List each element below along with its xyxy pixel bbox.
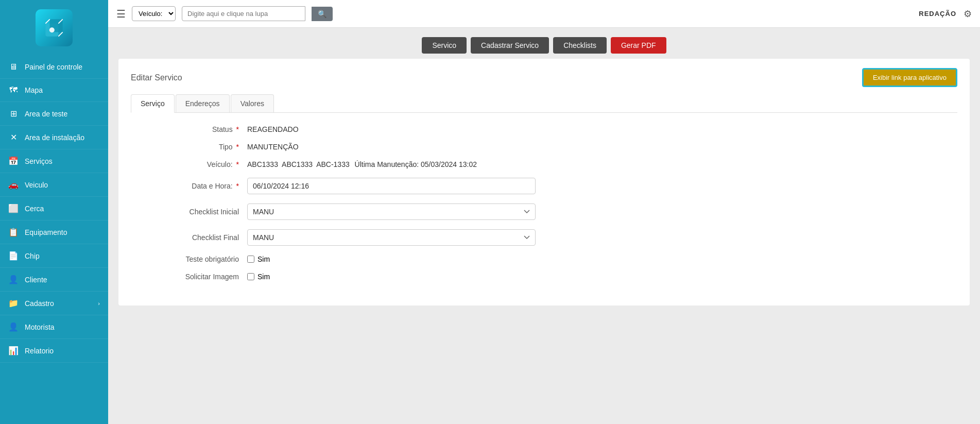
checklist-final-select[interactable]: MANU <box>247 229 536 246</box>
solicitar-imagem-label: Solicitar Imagem <box>160 273 247 281</box>
svg-point-2 <box>49 27 55 32</box>
sidebar-item-veiculo[interactable]: 🚗 Veiculo <box>0 173 108 197</box>
tab-servico[interactable]: Serviço <box>131 94 175 113</box>
status-value: REAGENDADO <box>247 125 299 133</box>
chevron-right-icon: › <box>98 300 100 307</box>
checklists-button[interactable]: Checklists <box>553 37 607 54</box>
search-filter-select[interactable]: Veículo: <box>132 6 176 21</box>
teste-obrigatorio-checkbox-label: Sim <box>257 255 270 263</box>
solicitar-imagem-row: Solicitar Imagem Sim <box>160 273 929 281</box>
client-icon: 👤 <box>8 275 19 284</box>
gerar-pdf-button[interactable]: Gerar PDF <box>611 37 666 54</box>
solicitar-imagem-checkbox[interactable] <box>247 273 254 280</box>
teste-obrigatorio-row: Teste obrigatório Sim <box>160 255 929 263</box>
search-input[interactable] <box>182 6 305 21</box>
checklist-final-label: Checklist Final <box>160 233 247 242</box>
veiculo-required: * <box>236 160 239 168</box>
veiculo-link2[interactable]: ABC1333 <box>282 160 313 168</box>
main-area: ☰ Veículo: 🔍 REDAÇÃO ⚙ Servico Cadastrar… <box>108 0 980 424</box>
grid-icon: ⊞ <box>8 109 19 118</box>
tab-valores[interactable]: Valores <box>231 94 274 112</box>
checklist-inicial-select[interactable]: MANU <box>247 203 536 220</box>
svg-line-5 <box>58 32 62 36</box>
status-required: * <box>236 125 239 133</box>
chip-icon: 📄 <box>8 251 19 261</box>
map-icon: 🗺 <box>8 86 19 95</box>
svg-line-3 <box>45 19 49 23</box>
veiculo-manutencao: Última Manutenção: 05/03/2024 13:02 <box>355 160 477 168</box>
settings-icon[interactable]: ⚙ <box>964 8 972 20</box>
sidebar-item-mapa[interactable]: 🗺 Mapa <box>0 79 108 102</box>
form-tabs: Serviço Endereços Valores <box>131 94 957 113</box>
veiculo-label: Veículo: * <box>160 160 247 168</box>
sidebar-item-chip[interactable]: 📄 Chip <box>0 244 108 268</box>
sidebar: 🖥 Painel de controle 🗺 Mapa ⊞ Area de te… <box>0 0 108 424</box>
cadastrar-servico-button[interactable]: Cadastrar Servico <box>471 37 549 54</box>
fence-icon: ⬜ <box>8 203 19 213</box>
report-icon: 📊 <box>8 346 19 355</box>
content-area: Servico Cadastrar Servico Checklists Ger… <box>108 28 980 424</box>
data-hora-label: Data e Hora: * <box>160 182 247 190</box>
tab-enderecos[interactable]: Endereços <box>176 94 230 112</box>
tipo-value: MANUTENÇÃO <box>247 143 299 151</box>
sidebar-item-cliente[interactable]: 👤 Cliente <box>0 268 108 292</box>
sidebar-item-motorista[interactable]: 👤 Motorista <box>0 315 108 339</box>
data-hora-input[interactable] <box>247 178 536 194</box>
tipo-row: Tipo * MANUTENÇÃO <box>160 143 929 151</box>
hamburger-menu[interactable]: ☰ <box>116 8 126 20</box>
link-app-button[interactable]: Exibir link para aplicativo <box>862 68 957 87</box>
sidebar-item-cerca[interactable]: ⬜ Cerca <box>0 197 108 221</box>
tipo-required: * <box>236 143 239 151</box>
tipo-label: Tipo * <box>160 143 247 151</box>
teste-obrigatorio-checkbox[interactable] <box>247 256 254 263</box>
sidebar-item-cadastro[interactable]: 📁 Cadastro › <box>0 292 108 315</box>
page-title: Editar Servico <box>131 73 182 82</box>
sidebar-item-area-teste[interactable]: ⊞ Area de teste <box>0 102 108 126</box>
driver-icon: 👤 <box>8 322 19 332</box>
solicitar-imagem-checkbox-label: Sim <box>257 273 270 281</box>
form-card: Editar Servico Exibir link para aplicati… <box>118 59 970 306</box>
veiculo-row: Veículo: * ABC1333 ABC1333 ABC-1333 Últi… <box>160 160 929 168</box>
action-bar: Servico Cadastrar Servico Checklists Ger… <box>108 28 980 59</box>
sidebar-item-area-instalacao[interactable]: ✕ Area de instalação <box>0 126 108 149</box>
sidebar-item-equipamento[interactable]: 📋 Equipamento <box>0 221 108 244</box>
sidebar-logo <box>0 0 108 56</box>
status-label: Status * <box>160 125 247 133</box>
data-hora-row: Data e Hora: * <box>160 178 929 194</box>
car-icon: 🚗 <box>8 180 19 190</box>
form-fields: Status * REAGENDADO Tipo * MANUTENÇÃO <box>118 113 970 281</box>
status-row: Status * REAGENDADO <box>160 125 929 133</box>
checklist-inicial-row: Checklist Inicial MANU <box>160 203 929 220</box>
teste-obrigatorio-field: Sim <box>247 255 270 263</box>
veiculo-value: ABC1333 ABC1333 ABC-1333 Última Manutenç… <box>247 160 477 168</box>
monitor-icon: 🖥 <box>8 62 19 72</box>
solicitar-imagem-field: Sim <box>247 273 270 281</box>
calendar-icon: 📅 <box>8 156 19 166</box>
teste-obrigatorio-label: Teste obrigatório <box>160 255 247 263</box>
tools-icon: ✕ <box>8 132 19 142</box>
equipment-icon: 📋 <box>8 227 19 237</box>
app-logo <box>36 9 73 46</box>
search-button[interactable]: 🔍 <box>312 7 333 21</box>
folder-icon: 📁 <box>8 298 19 308</box>
topbar: ☰ Veículo: 🔍 REDAÇÃO ⚙ <box>108 0 980 28</box>
user-label: REDAÇÃO <box>919 10 956 18</box>
sidebar-item-relatorio[interactable]: 📊 Relatorio <box>0 339 108 363</box>
data-hora-required: * <box>236 182 239 190</box>
servico-button[interactable]: Servico <box>422 37 467 54</box>
veiculo-link1[interactable]: ABC1333 <box>247 160 278 168</box>
sidebar-item-servicos[interactable]: 📅 Serviços <box>0 149 108 173</box>
checklist-final-row: Checklist Final MANU <box>160 229 929 246</box>
form-card-header: Editar Servico Exibir link para aplicati… <box>118 59 970 87</box>
veiculo-link3[interactable]: ABC-1333 <box>316 160 350 168</box>
sidebar-item-painel[interactable]: 🖥 Painel de controle <box>0 56 108 79</box>
checklist-inicial-label: Checklist Inicial <box>160 208 247 216</box>
